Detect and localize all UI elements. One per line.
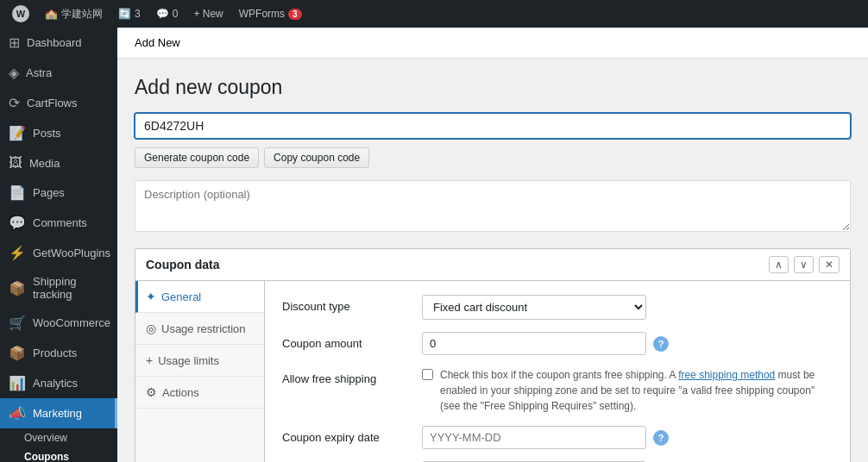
sidebar-item-products[interactable]: 📦 Products — [0, 338, 117, 368]
coupon-amount-help-icon[interactable]: ? — [653, 336, 669, 352]
generate-coupon-button[interactable]: Generate coupon code — [135, 147, 259, 168]
sidebar-label-posts: Posts — [33, 127, 61, 140]
panel-nav-usage-restriction[interactable]: ◎ Usage restriction — [135, 313, 264, 345]
coupon-code-input[interactable] — [135, 113, 851, 139]
discount-type-select[interactable]: Percentage discount Fixed cart discount … — [422, 295, 646, 320]
sidebar-item-analytics[interactable]: 📊 Analytics — [0, 368, 117, 398]
free-shipping-inner: Check this box if the coupon grants free… — [422, 367, 833, 414]
astra-icon: ◈ — [9, 65, 19, 81]
discount-type-label: Discount type — [282, 295, 412, 313]
site-name: 学建站网 — [61, 7, 103, 22]
sidebar-label-comments: Comments — [33, 216, 87, 229]
panel-header: Coupon data ∧ ∨ ✕ — [135, 249, 850, 281]
shipping-icon: 📦 — [9, 280, 26, 297]
sidebar-label-astra: Astra — [26, 66, 52, 79]
sidebar-item-astra[interactable]: ◈ Astra — [0, 58, 117, 88]
wpforms-button[interactable]: WPForms 3 — [234, 0, 307, 28]
expiry-date-label: Coupon expiry date — [282, 426, 412, 444]
comment-count: 0 — [173, 8, 179, 20]
pages-icon: 📄 — [9, 184, 26, 201]
expiry-date-help-icon[interactable]: ? — [653, 430, 669, 446]
sidebar-label-marketing: Marketing — [33, 407, 82, 420]
new-button[interactable]: + New — [188, 0, 228, 28]
sidebar-label-dashboard: Dashboard — [27, 36, 82, 49]
breadcrumb: Add New — [135, 36, 180, 49]
updates-button[interactable]: 🔄 3 — [113, 0, 146, 28]
sidebar-item-dashboard[interactable]: ⊞ Dashboard — [0, 28, 117, 58]
panel-nav-general-label: General — [161, 290, 201, 303]
sidebar-sub-coupons-label: Coupons — [24, 451, 69, 462]
site-name-button[interactable]: 🏫 学建站网 — [40, 0, 108, 28]
panel-nav-usage-restriction-label: Usage restriction — [161, 322, 246, 335]
sidebar-sub-overview[interactable]: Overview — [0, 428, 117, 447]
woocommerce-icon: 🛒 — [9, 315, 26, 331]
copy-coupon-button[interactable]: Copy coupon code — [264, 147, 369, 168]
coupon-amount-control: ? — [422, 332, 833, 355]
sidebar-item-woocommerce[interactable]: 🛒 WooCommerce — [0, 308, 117, 338]
general-icon: ✦ — [146, 290, 156, 303]
marketing-icon: 📣 — [9, 405, 26, 421]
update-icon: 🔄 — [118, 8, 131, 20]
panel-nav-actions-label: Actions — [162, 386, 199, 399]
sidebar-sub-overview-label: Overview — [24, 432, 67, 444]
sidebar-item-shipping[interactable]: 📦 Shipping tracking — [0, 268, 117, 308]
panel-title: Coupon data — [146, 258, 220, 272]
panel-nav-usage-limits[interactable]: + Usage limits — [135, 345, 264, 377]
free-shipping-control: Check this box if the coupon grants free… — [422, 367, 833, 414]
panel-controls: ∧ ∨ ✕ — [769, 256, 840, 273]
sidebar-sub-coupons[interactable]: Coupons — [0, 447, 117, 462]
panel-nav: ✦ General ◎ Usage restriction + Usage li… — [135, 281, 265, 462]
admin-bar: W 🏫 学建站网 🔄 3 💬 0 + New WPForms 3 — [0, 0, 868, 28]
panel-nav-general[interactable]: ✦ General — [135, 281, 264, 313]
sidebar-item-cartflows[interactable]: ⟳ CartFlows — [0, 88, 117, 118]
panel-up-button[interactable]: ∧ — [769, 256, 789, 273]
sidebar-item-pages[interactable]: 📄 Pages — [0, 178, 117, 208]
free-shipping-text: Check this box if the coupon grants free… — [440, 367, 833, 414]
sidebar-item-media[interactable]: 🖼 Media — [0, 148, 117, 178]
description-textarea[interactable] — [135, 180, 851, 232]
free-shipping-row: Allow free shipping Check this box if th… — [282, 367, 833, 414]
analytics-icon: 📊 — [9, 375, 26, 391]
actions-icon: ⚙ — [146, 385, 157, 399]
sidebar-item-getwoo[interactable]: ⚡ GetWooPlugins — [0, 238, 117, 268]
coupon-buttons: Generate coupon code Copy coupon code — [135, 147, 851, 168]
coupon-code-row — [135, 113, 851, 139]
products-icon: 📦 — [9, 345, 26, 361]
comments-button[interactable]: 💬 0 — [151, 0, 184, 28]
panel-close-button[interactable]: ✕ — [819, 256, 840, 273]
panel-down-button[interactable]: ∨ — [794, 256, 814, 273]
sidebar: ⊞ Dashboard ◈ Astra ⟳ CartFlows 📝 Posts … — [0, 28, 117, 462]
sidebar-label-media: Media — [29, 157, 60, 170]
sidebar-label-products: Products — [33, 346, 77, 359]
sidebar-item-posts[interactable]: 📝 Posts — [0, 118, 117, 148]
main-content: Add New Add new coupon Generate coupon c… — [117, 28, 868, 462]
dashboard-icon: ⊞ — [9, 34, 20, 51]
expiry-date-input[interactable] — [422, 426, 646, 449]
wp-logo-button[interactable]: W — [7, 0, 35, 28]
new-label: + New — [193, 8, 223, 20]
coupon-amount-row: Coupon amount ? — [282, 332, 833, 355]
sidebar-item-marketing[interactable]: 📣 Marketing — [0, 398, 117, 428]
comments-icon: 💬 — [9, 215, 26, 231]
wpforms-badge: 3 — [288, 9, 302, 20]
posts-icon: 📝 — [9, 125, 26, 141]
media-icon: 🖼 — [9, 155, 22, 171]
getwoo-icon: ⚡ — [9, 245, 26, 261]
free-shipping-prefix: Check this box if the coupon grants free… — [440, 369, 678, 381]
site-icon: 🏫 — [45, 8, 58, 20]
sidebar-label-getwoo: GetWooPlugins — [33, 247, 110, 259]
coupon-amount-input[interactable] — [422, 332, 646, 355]
discount-type-row: Discount type Percentage discount Fixed … — [282, 295, 833, 320]
expiry-date-row: Coupon expiry date ? — [282, 426, 833, 449]
panel-nav-usage-limits-label: Usage limits — [158, 354, 219, 367]
coupon-amount-label: Coupon amount — [282, 332, 412, 350]
free-shipping-checkbox[interactable] — [422, 369, 433, 380]
panel-nav-actions[interactable]: ⚙ Actions — [135, 377, 264, 409]
sidebar-item-comments[interactable]: 💬 Comments — [0, 208, 117, 238]
coupon-panel: Coupon data ∧ ∨ ✕ ✦ General — [135, 248, 851, 462]
sidebar-label-shipping: Shipping tracking — [33, 275, 109, 301]
page-title: Add new coupon — [135, 76, 851, 99]
discount-type-control: Percentage discount Fixed cart discount … — [422, 295, 833, 320]
free-shipping-link[interactable]: free shipping method — [678, 369, 775, 381]
cartflows-icon: ⟳ — [9, 95, 20, 111]
